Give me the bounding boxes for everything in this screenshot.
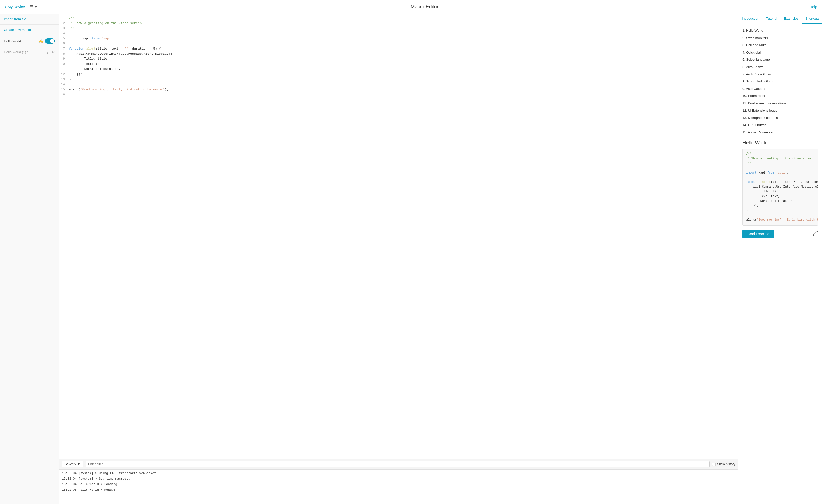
show-history-text: Show history xyxy=(717,462,735,466)
menu-chevron-icon: ▼ xyxy=(34,5,38,9)
code-line-5: 5 import xapi from 'xapi'; xyxy=(59,36,738,41)
code-line-6: 6 xyxy=(59,41,738,46)
code-line-15: 15 alert('Good morning', 'Early bird cat… xyxy=(59,87,738,92)
right-panel-wrapper: Introduction Tutorial Examples Shortcuts… xyxy=(739,14,822,504)
main-content: Import from file... Create new macro Hel… xyxy=(0,14,822,504)
code-line-8: 8 xapi.Command.UserInterface.Message.Ale… xyxy=(59,52,738,57)
example-footer: Load Example xyxy=(742,230,818,238)
code-line-7: 7 function alert(title, text = '', durat… xyxy=(59,46,738,52)
example-item-11[interactable]: 11. Dual screen presentations xyxy=(742,100,818,107)
example-item-1[interactable]: 1. Hello World xyxy=(742,27,818,34)
tab-introduction[interactable]: Introduction xyxy=(739,14,763,24)
right-content: 1. Hello World 2. Swap monitors 3. Call … xyxy=(739,24,822,504)
back-arrow-icon: ‹ xyxy=(5,5,6,9)
code-line-4: 4 xyxy=(59,31,738,36)
editor-area: 1 /** 2 * Show a greeting on the video s… xyxy=(59,14,739,504)
tab-shortcuts[interactable]: Shortcuts xyxy=(802,14,822,24)
code-line-9: 9 Title: title, xyxy=(59,56,738,62)
example-item-7[interactable]: 7. Audio Safe Guard xyxy=(742,71,818,78)
example-item-2[interactable]: 2. Swap monitors xyxy=(742,34,818,42)
filter-input[interactable] xyxy=(85,461,710,467)
right-panel: Introduction Tutorial Examples Shortcuts… xyxy=(739,14,822,504)
example-item-4[interactable]: 4. Quick dial xyxy=(742,49,818,56)
macro-download-icon[interactable]: ⭳ xyxy=(46,50,50,54)
back-label: My Device xyxy=(8,5,25,9)
hamburger-icon: ☰ xyxy=(30,4,33,9)
examples-list: 1. Hello World 2. Swap monitors 3. Call … xyxy=(742,27,818,136)
severity-label: Severity xyxy=(65,462,76,466)
show-history-checkbox[interactable] xyxy=(712,463,716,466)
example-item-3[interactable]: 3. Call and Mute xyxy=(742,41,818,49)
example-item-13[interactable]: 13. Microphone controls xyxy=(742,114,818,122)
macro-hello-world[interactable]: Hello World ✍ xyxy=(0,35,59,47)
macro-name-hello-world: Hello World xyxy=(4,39,21,43)
log-entry-1: 15:02:04 [system] > Using XAPI transport… xyxy=(62,471,735,476)
log-entries: 15:02:04 [system] > Using XAPI transport… xyxy=(59,470,738,504)
code-line-16: 16 xyxy=(59,92,738,97)
code-line-14: 14 xyxy=(59,82,738,87)
example-item-9[interactable]: 9. Auto-wakeup xyxy=(742,85,818,93)
macro-settings-icon[interactable]: ⚙ xyxy=(52,50,55,54)
help-link[interactable]: Help xyxy=(809,5,817,9)
example-item-10[interactable]: 10. Room reset xyxy=(742,92,818,100)
log-panel: Severity ▼ Show history 15:02:04 [system… xyxy=(59,459,738,504)
code-line-12: 12 }); xyxy=(59,72,738,77)
log-toolbar: Severity ▼ Show history xyxy=(59,459,738,470)
example-code-block: /** * Show a greeting on the video scree… xyxy=(742,149,818,226)
menu-button[interactable]: ☰ ▼ xyxy=(28,3,40,10)
code-line-2: 2 * Show a greeting on the video screen. xyxy=(59,21,738,26)
svg-line-1 xyxy=(813,234,815,235)
macro-hello-world-1[interactable]: Hello World (1) * ⭳ ⚙ xyxy=(0,47,59,57)
load-example-button[interactable]: Load Example xyxy=(742,230,774,238)
right-tabs: Introduction Tutorial Examples Shortcuts xyxy=(739,14,822,24)
import-from-file[interactable]: Import from file... xyxy=(0,14,59,25)
macro-toggle-hello-world[interactable] xyxy=(45,38,55,44)
example-item-14[interactable]: 14. GPIO button xyxy=(742,122,818,129)
expand-icon[interactable] xyxy=(812,230,818,237)
top-bar: ‹ My Device ☰ ▼ Macro Editor Help xyxy=(0,0,822,14)
code-line-1: 1 /** xyxy=(59,16,738,21)
macro-actions-hello-world-1: ⭳ ⚙ xyxy=(46,50,55,54)
top-bar-left: ‹ My Device ☰ ▼ xyxy=(5,3,40,10)
code-line-11: 11 Duration: duration, xyxy=(59,67,738,72)
macro-name-hello-world-1: Hello World (1) * xyxy=(4,50,28,54)
tab-tutorial[interactable]: Tutorial xyxy=(763,14,781,24)
macro-edit-icon[interactable]: ✍ xyxy=(39,39,43,43)
page-title: Macro Editor xyxy=(411,4,438,10)
macro-actions-hello-world: ✍ xyxy=(39,38,55,44)
svg-line-0 xyxy=(816,231,817,233)
code-line-13: 13 } xyxy=(59,77,738,82)
log-entry-3: 15:02:04 Hello World > Loading... xyxy=(62,482,735,487)
tab-examples[interactable]: Examples xyxy=(781,14,802,24)
example-item-5[interactable]: 5. Select language xyxy=(742,56,818,63)
code-line-3: 3 */ xyxy=(59,26,738,31)
code-editor[interactable]: 1 /** 2 * Show a greeting on the video s… xyxy=(59,14,738,459)
example-item-8[interactable]: 8. Scheduled actions xyxy=(742,78,818,85)
severity-button[interactable]: Severity ▼ xyxy=(62,461,83,467)
example-item-12[interactable]: 12. UI Extensions logger xyxy=(742,107,818,114)
back-link[interactable]: ‹ My Device xyxy=(5,5,25,9)
code-line-10: 10 Text: text, xyxy=(59,62,738,67)
example-item-15[interactable]: 15. Apple TV remote xyxy=(742,129,818,136)
log-entry-4: 15:02:05 Hello World > Ready! xyxy=(62,487,735,493)
log-entry-2: 15:02:04 [system] > Starting macros... xyxy=(62,476,735,482)
sidebar: Import from file... Create new macro Hel… xyxy=(0,14,59,504)
example-item-6[interactable]: 6. Auto Answer xyxy=(742,63,818,71)
create-new-macro[interactable]: Create new macro xyxy=(0,25,59,35)
show-history-label[interactable]: Show history xyxy=(712,462,735,466)
example-title: Hello World xyxy=(742,140,818,146)
severity-chevron-icon: ▼ xyxy=(77,462,80,466)
